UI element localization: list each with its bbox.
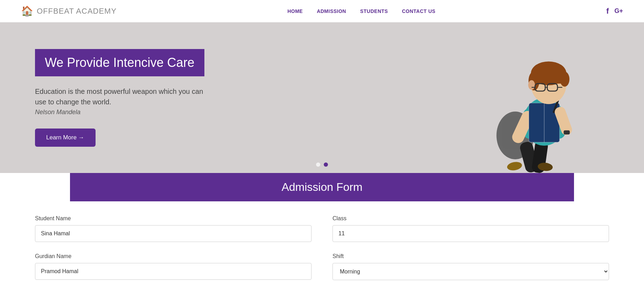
brand-bold: OFFBEAT — [37, 7, 74, 15]
social-links: f G+ — [606, 7, 623, 16]
class-label: Class — [332, 215, 609, 222]
nav-links: HOME ADMISSION STUDENTS CONTACT US — [287, 8, 435, 14]
class-group: Class — [332, 215, 609, 242]
form-row-2: Gurdian Name Shift Morning Afternoon Eve… — [35, 253, 609, 280]
svg-rect-26 — [564, 130, 570, 134]
brand-light: ACADEMY — [74, 7, 117, 15]
brand-logo[interactable]: 🏠 OFFBEAT ACADEMY — [21, 5, 117, 17]
shift-select[interactable]: Morning Afternoon Evening — [332, 263, 609, 280]
nav-home[interactable]: HOME — [287, 8, 303, 14]
guardian-name-label: Gurdian Name — [35, 253, 312, 259]
svg-point-20 — [528, 80, 535, 90]
admission-form: Student Name Class Gurdian Name Shift Mo… — [0, 201, 644, 305]
facebook-icon[interactable]: f — [606, 7, 609, 16]
svg-point-19 — [560, 72, 569, 87]
student-name-label: Student Name — [35, 215, 312, 222]
brand-name: OFFBEAT ACADEMY — [37, 7, 117, 16]
student-name-input[interactable] — [35, 225, 312, 242]
guardian-name-input[interactable] — [35, 263, 312, 280]
hero-content: We Provide Intencive Care Education is t… — [0, 28, 245, 168]
form-row-1: Student Name Class — [35, 215, 609, 242]
googleplus-icon[interactable]: G+ — [614, 7, 623, 15]
carousel-dot-2[interactable] — [324, 162, 328, 167]
hero-section: We Provide Intencive Care Education is t… — [0, 22, 644, 173]
shift-label: Shift — [332, 253, 609, 259]
shift-group: Shift Morning Afternoon Evening — [332, 253, 609, 280]
navbar: 🏠 OFFBEAT ACADEMY HOME ADMISSION STUDENT… — [0, 0, 644, 22]
hero-author: Nelson Mandela — [35, 109, 210, 116]
admission-section: Admission Form — [0, 173, 644, 201]
hero-illustration — [469, 26, 616, 173]
guardian-name-group: Gurdian Name — [35, 253, 312, 280]
nav-admission[interactable]: ADMISSION — [317, 8, 346, 14]
learn-more-button[interactable]: Learn More → — [35, 129, 96, 147]
carousel-dots — [316, 162, 328, 167]
student-illustration — [483, 40, 602, 173]
admission-form-header: Admission Form — [70, 173, 574, 201]
carousel-dot-1[interactable] — [316, 162, 320, 167]
house-icon: 🏠 — [21, 5, 33, 17]
hero-title: We Provide Intencive Care — [35, 49, 204, 76]
student-name-group: Student Name — [35, 215, 312, 242]
svg-point-4 — [506, 161, 523, 171]
class-input[interactable] — [332, 225, 609, 242]
nav-students[interactable]: STUDENTS — [360, 8, 388, 14]
hero-quote: Education is the most powerful weapon wh… — [35, 86, 210, 107]
nav-contact[interactable]: CONTACT US — [402, 8, 435, 14]
